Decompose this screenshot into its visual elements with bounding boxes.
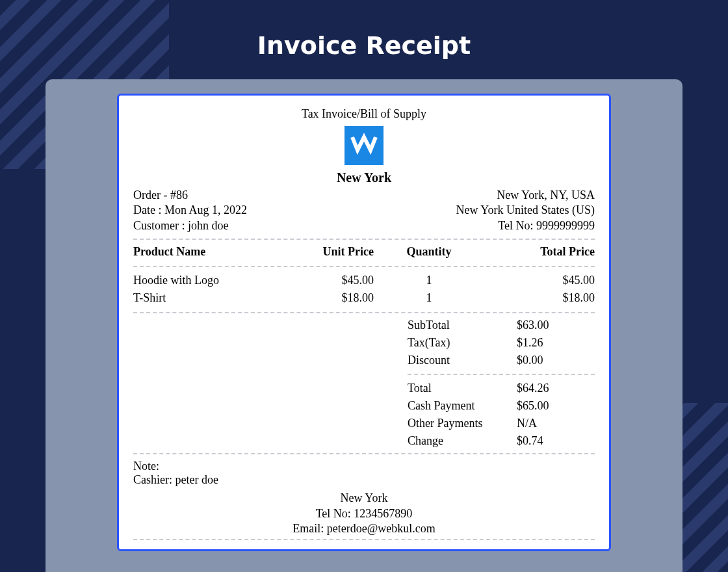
footer-email: Email: peterdoe@webkul.com [133, 521, 595, 536]
subtotal-label: SubTotal [408, 318, 505, 332]
divider [408, 374, 595, 375]
discount-label: Discount [408, 354, 505, 367]
item-total: $18.00 [484, 289, 595, 307]
col-product: Product Name [133, 245, 276, 261]
page-title: Invoice Receipt [0, 0, 728, 79]
other-payments-label: Other Payments [408, 417, 505, 430]
customer-name: Customer : john doe [133, 218, 247, 233]
divider [133, 312, 595, 313]
receipt-meta-left: Order - #86 Date : Mon Aug 1, 2022 Custo… [133, 188, 247, 233]
totals-block: SubTotal $63.00 Tax(Tax) $1.26 Discount … [133, 318, 595, 448]
order-number: Order - #86 [133, 188, 247, 203]
item-total: $45.00 [484, 272, 595, 289]
change-value: $0.74 [517, 434, 595, 448]
footer-store: New York [133, 491, 595, 506]
store-address-1: New York, NY, USA [456, 188, 595, 203]
tax-label: Tax(Tax) [408, 336, 505, 350]
other-payments-value: N/A [517, 417, 595, 430]
cashier-line: Cashier: peter doe [133, 473, 595, 487]
receipt-header-line: Tax Invoice/Bill of Supply [133, 107, 595, 121]
items-header-row: Product Name Unit Price Quantity Total P… [133, 245, 595, 261]
item-row: Hoodie with Logo $45.00 1 $45.00 [133, 272, 595, 289]
change-label: Change [408, 434, 505, 448]
item-row: T-Shirt $18.00 1 $18.00 [133, 289, 595, 307]
col-total-price: Total Price [484, 245, 595, 261]
divider [133, 539, 595, 540]
tax-value: $1.26 [517, 336, 595, 350]
item-qty: 1 [374, 272, 484, 289]
divider [133, 266, 595, 267]
store-name: New York [133, 170, 595, 185]
store-logo [344, 126, 384, 165]
cash-payment-label: Cash Payment [408, 399, 505, 413]
item-name: Hoodie with Logo [133, 272, 276, 289]
store-address-2: New York United States (US) [456, 203, 595, 218]
store-tel: Tel No: 9999999999 [456, 218, 595, 233]
total-label: Total [408, 382, 505, 395]
order-date: Date : Mon Aug 1, 2022 [133, 203, 247, 218]
receipt-footer: New York Tel No: 1234567890 Email: peter… [133, 491, 595, 536]
logo-w-icon [349, 131, 379, 161]
receipt: Tax Invoice/Bill of Supply New York Orde… [117, 94, 611, 551]
cash-payment-value: $65.00 [517, 399, 595, 413]
items-table: Product Name Unit Price Quantity Total P… [133, 245, 595, 307]
subtotal-value: $63.00 [517, 318, 595, 332]
divider [133, 453, 595, 454]
col-unit-price: Unit Price [276, 245, 374, 261]
col-quantity: Quantity [374, 245, 484, 261]
footer-tel: Tel No: 1234567890 [133, 506, 595, 521]
note-label: Note: [133, 460, 595, 473]
item-qty: 1 [374, 289, 484, 307]
discount-value: $0.00 [517, 354, 595, 367]
item-unit-price: $45.00 [276, 272, 374, 289]
receipt-card: Tax Invoice/Bill of Supply New York Orde… [46, 79, 682, 572]
total-value: $64.26 [517, 382, 595, 395]
item-name: T-Shirt [133, 289, 276, 307]
receipt-meta: Order - #86 Date : Mon Aug 1, 2022 Custo… [133, 188, 595, 233]
receipt-meta-right: New York, NY, USA New York United States… [456, 188, 595, 233]
item-unit-price: $18.00 [276, 289, 374, 307]
divider [133, 239, 595, 240]
